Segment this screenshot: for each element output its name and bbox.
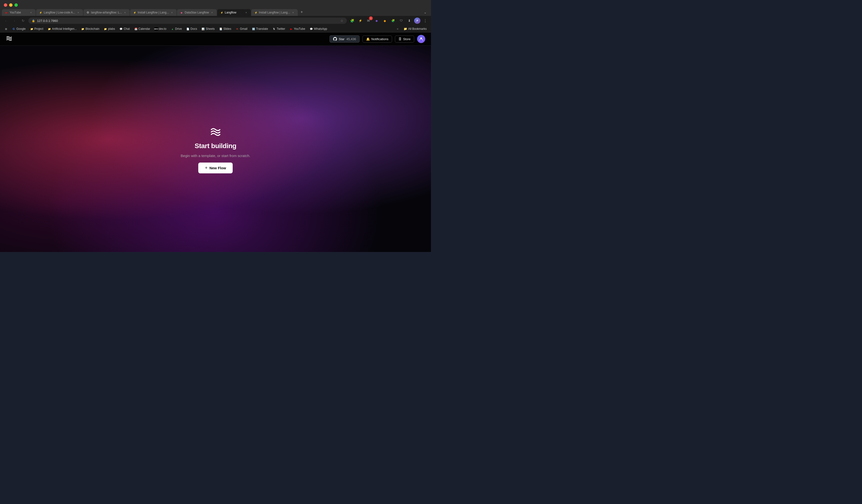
bookmark-slides-label: Slides	[223, 27, 231, 30]
apps-icon: ⊞	[4, 27, 8, 30]
bookmark-gmail[interactable]: ✉ Gmail	[234, 26, 249, 31]
store-button[interactable]: 🗄 Store	[395, 36, 414, 42]
bookmark-chat-label: Chat	[123, 27, 130, 30]
extensions-puzzle-btn[interactable]: 🧩	[349, 17, 355, 24]
bookmark-google[interactable]: G Google	[10, 26, 28, 31]
tab-datastax-close[interactable]: ×	[210, 11, 214, 14]
notifications-label: Notifications	[371, 37, 389, 41]
install1-favicon: ⚡	[133, 11, 136, 14]
bookmark-gmail-label: Gmail	[240, 27, 247, 30]
langflow-app: Star 45,436 🔔 Notifications 🗄 Store	[0, 32, 431, 252]
langflow-logo-large	[209, 126, 222, 138]
url-text: 127.0.0.1:7860	[37, 19, 338, 23]
bookmark-docs[interactable]: 📄 Docs	[184, 26, 199, 31]
forward-button[interactable]: ›	[11, 17, 18, 24]
star-count: 45,436	[346, 37, 356, 41]
new-flow-button[interactable]: + New Flow	[198, 162, 233, 173]
bookmark-docs-label: Docs	[191, 27, 197, 30]
bookmark-project[interactable]: 📁 Project	[28, 26, 45, 31]
bookmark-twitter-label: Twitter	[277, 27, 285, 30]
app-bar: Star 45,436 🔔 Notifications 🗄 Store	[0, 32, 431, 46]
back-button[interactable]: ‹	[2, 17, 9, 24]
bookmark-star-icon[interactable]: ☆	[340, 19, 343, 23]
download-btn[interactable]: ⬇	[406, 17, 413, 24]
tab-datastax[interactable]: ◆ DataStax Langflow ×	[177, 9, 217, 16]
tab-menu-button[interactable]: ⌄	[421, 9, 429, 16]
center-content: Start building Begin with a template, or…	[181, 126, 250, 173]
tab-youtube-title: YouTube	[10, 11, 28, 14]
app-logo	[6, 35, 13, 43]
tab-install2-title: Install Langflow | Lang...	[259, 11, 290, 14]
bookmark-calendar-label: Calendar	[139, 27, 150, 30]
bell-icon: 🔔	[366, 37, 370, 41]
whatsapp-icon: 💬	[310, 27, 313, 30]
tab-youtube-close[interactable]: ×	[29, 11, 33, 14]
lock-icon: 🔒	[32, 19, 35, 22]
action-badge-1: ⚡	[357, 17, 364, 24]
bookmark-translate-label: Translate	[256, 27, 268, 30]
user-avatar-button[interactable]	[417, 35, 425, 43]
bookmark-folder-icon: 📁	[404, 27, 407, 30]
bookmark-plabs[interactable]: 📁 plabs	[102, 26, 117, 31]
bookmark-translate[interactable]: 🔤 Translate	[250, 26, 270, 31]
bookmark-whatsapp-label: WhatsApp	[314, 27, 327, 30]
reload-button[interactable]: ↻	[20, 17, 26, 24]
bookmark-plabs-label: plabs	[108, 27, 115, 30]
tab-install2-close[interactable]: ×	[291, 11, 295, 14]
bookmark-blockchain[interactable]: 📁 Blockchain	[79, 26, 101, 31]
docs-icon: 📄	[186, 27, 190, 30]
tab-langflow1[interactable]: ⚡ Langflow | Low-code A... ×	[36, 9, 83, 16]
bookmark-devto[interactable]: DEV dev.to	[153, 26, 168, 31]
new-tab-button[interactable]: +	[298, 8, 305, 16]
tab-langflow-active[interactable]: ⚡ Langflow ×	[217, 9, 251, 16]
tab-github[interactable]: ⚙ langflow-ai/langflow: L... ×	[83, 9, 130, 16]
gmail-icon: ✉	[235, 27, 239, 30]
bookmark-ai[interactable]: 📁 Artificial Intelligen...	[46, 26, 79, 31]
translate-icon: 🔤	[252, 27, 255, 30]
traffic-lights	[0, 0, 431, 7]
tab-install2[interactable]: ⚡ Install Langflow | Lang... ×	[251, 9, 298, 16]
bookmark-slides[interactable]: 📑 Slides	[217, 26, 233, 31]
traffic-light-minimize[interactable]	[9, 3, 13, 7]
tab-github-title: langflow-ai/langflow: L...	[91, 11, 122, 14]
github-star-button[interactable]: Star 45,436	[329, 35, 360, 42]
mail-badge: 1	[369, 16, 373, 20]
langflow-action-btn[interactable]: ⚡	[357, 17, 364, 24]
bookmarks-more-button[interactable]: »	[395, 26, 401, 31]
action-btn-3[interactable]: ◉	[373, 17, 380, 24]
all-bookmarks-label: All Bookmarks	[408, 27, 427, 30]
tab-github-close[interactable]: ×	[123, 11, 127, 14]
bookmark-sheets[interactable]: 📊 Sheets	[199, 26, 217, 31]
all-bookmarks-link[interactable]: 📁 All Bookmarks	[402, 26, 429, 31]
main-content: Start building Begin with a template, or…	[0, 46, 431, 252]
twitter-icon: 𝕏	[272, 27, 276, 30]
bookmark-twitter[interactable]: 𝕏 Twitter	[270, 26, 287, 31]
address-bar-row: ‹ › ↻ 🔒 127.0.0.1:7860 ☆ 🧩 ⚡ ✉ 1 ◉ ◆ 🧩 🛡…	[0, 16, 431, 26]
action-btn-5[interactable]: 🧩	[390, 17, 396, 24]
start-building-subtitle: Begin with a template, or start from scr…	[181, 154, 250, 158]
bookmark-whatsapp[interactable]: 💬 WhatsApp	[308, 26, 329, 31]
bookmark-devto-label: dev.to	[159, 27, 167, 30]
traffic-light-maximize[interactable]	[14, 3, 18, 7]
notifications-button[interactable]: 🔔 Notifications	[363, 36, 392, 42]
chrome-menu-btn[interactable]: ⋮	[422, 17, 429, 24]
tab-langflow1-title: Langflow | Low-code A...	[44, 11, 75, 14]
shields-btn[interactable]: 🛡	[398, 17, 405, 24]
bookmark-chat[interactable]: 💬 Chat	[117, 26, 132, 31]
tab-langflow-active-close[interactable]: ×	[245, 11, 248, 14]
calendar-icon: 📅	[134, 27, 138, 30]
tab-install1-close[interactable]: ×	[170, 11, 174, 14]
tab-langflow1-close[interactable]: ×	[77, 11, 80, 14]
langflow1-favicon: ⚡	[39, 11, 42, 14]
tab-youtube[interactable]: ▶ YouTube ×	[2, 9, 36, 16]
action-btn-4[interactable]: ◆	[381, 17, 388, 24]
bookmark-calendar[interactable]: 📅 Calendar	[132, 26, 152, 31]
bookmark-youtube[interactable]: ▶ YouTube	[288, 26, 307, 31]
bookmark-drive[interactable]: ▲ Drive	[169, 26, 184, 31]
chat-favicon: 💬	[119, 27, 123, 30]
bookmark-apps[interactable]: ⊞	[2, 26, 10, 31]
profile-avatar[interactable]: P	[414, 17, 420, 24]
traffic-light-close[interactable]	[4, 3, 7, 7]
address-bar[interactable]: 🔒 127.0.0.1:7860 ☆	[28, 17, 347, 24]
tab-install1[interactable]: ⚡ Install Langflow | Lang... ×	[130, 9, 177, 16]
